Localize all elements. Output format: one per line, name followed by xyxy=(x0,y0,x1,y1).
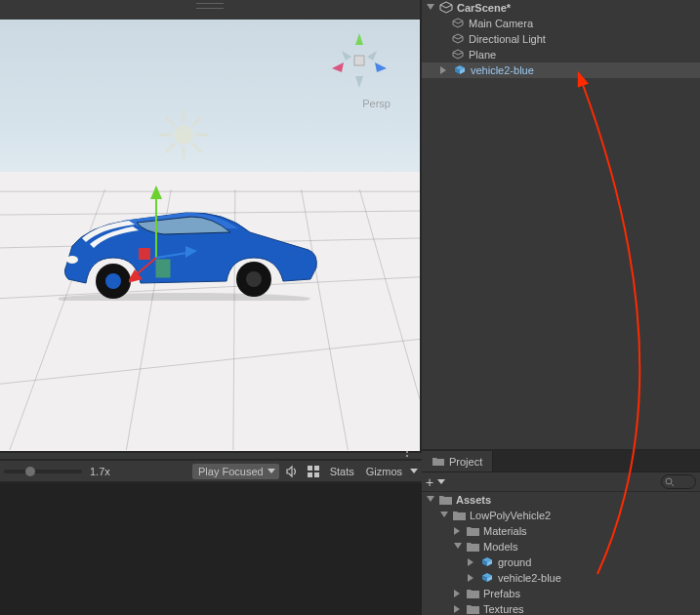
prefab-icon xyxy=(453,63,467,77)
zoom-label: 1.7x xyxy=(86,466,114,477)
scene-icon xyxy=(439,1,453,15)
hierarchy-item-label: Directional Light xyxy=(469,33,546,45)
project-row-label: Assets xyxy=(456,494,491,506)
svg-line-16 xyxy=(193,144,200,151)
folder-icon xyxy=(439,495,452,506)
folder-icon xyxy=(467,604,479,615)
svg-line-18 xyxy=(167,144,174,151)
hierarchy-item-label: Main Camera xyxy=(469,18,533,29)
foldout-icon[interactable] xyxy=(439,66,449,74)
foldout-icon[interactable] xyxy=(467,574,476,582)
project-row[interactable]: Prefabs xyxy=(422,586,700,601)
project-tab-bar: Project xyxy=(422,451,700,472)
foldout-icon[interactable] xyxy=(453,605,463,613)
project-row-vehicle[interactable]: vehicle2-blue xyxy=(422,570,700,586)
project-tree: Assets LowPolyVehicle2 Materials Models xyxy=(422,492,700,615)
svg-marker-22 xyxy=(332,62,344,72)
move-gizmo[interactable] xyxy=(129,184,197,291)
hierarchy-item-label: Plane xyxy=(469,49,496,61)
svg-marker-40 xyxy=(268,469,275,473)
svg-line-15 xyxy=(167,118,174,125)
svg-point-10 xyxy=(174,125,193,144)
grid-toggle-icon[interactable] xyxy=(305,463,322,480)
model-icon xyxy=(480,571,494,585)
svg-marker-53 xyxy=(454,527,460,535)
svg-line-9 xyxy=(359,189,420,399)
gizmos-caret-icon[interactable] xyxy=(410,469,418,474)
svg-marker-45 xyxy=(410,469,418,473)
project-row-label: Materials xyxy=(483,525,527,537)
project-row[interactable]: Textures xyxy=(422,601,700,615)
gameobject-icon xyxy=(451,32,465,46)
svg-rect-43 xyxy=(308,472,312,477)
folder-icon xyxy=(467,526,479,537)
sun-gizmo-icon[interactable] xyxy=(156,107,211,162)
add-caret-icon[interactable] xyxy=(437,479,445,485)
svg-rect-38 xyxy=(139,248,150,260)
svg-marker-51 xyxy=(427,496,434,502)
foldout-icon[interactable] xyxy=(426,496,435,504)
svg-marker-20 xyxy=(355,33,363,45)
scene-view[interactable]: Persp xyxy=(0,0,422,451)
game-view[interactable] xyxy=(0,482,422,615)
svg-marker-46 xyxy=(427,4,434,10)
add-button-icon[interactable]: + xyxy=(426,475,433,489)
svg-rect-42 xyxy=(314,466,319,471)
hierarchy-item[interactable]: Main Camera xyxy=(422,16,700,31)
zoom-slider[interactable] xyxy=(4,470,82,473)
hierarchy-item-vehicle[interactable]: vehicle2-blue xyxy=(422,62,700,78)
gameobject-icon xyxy=(451,48,465,62)
svg-marker-54 xyxy=(454,543,462,549)
project-row[interactable]: ground xyxy=(422,554,700,570)
svg-marker-33 xyxy=(150,185,162,199)
project-search-input[interactable] xyxy=(661,474,696,489)
project-row-assets[interactable]: Assets xyxy=(422,492,700,508)
svg-marker-52 xyxy=(440,512,448,517)
project-tab-label: Project xyxy=(449,456,482,468)
foldout-icon[interactable] xyxy=(453,590,463,597)
search-icon xyxy=(665,477,675,487)
model-icon xyxy=(480,555,494,569)
hierarchy-scene-row[interactable]: CarScene* xyxy=(422,0,700,16)
foldout-icon[interactable] xyxy=(453,527,463,535)
stats-button[interactable]: Stats xyxy=(326,466,358,477)
project-row[interactable]: LowPolyVehicle2 xyxy=(422,508,700,523)
hierarchy-item[interactable]: Plane xyxy=(422,47,700,62)
svg-rect-39 xyxy=(156,260,170,277)
game-toolbar: 1.7x Play Focused Stats Gizmos xyxy=(0,459,422,482)
project-tab[interactable]: Project xyxy=(422,451,493,472)
scene-name: CarScene* xyxy=(457,2,511,14)
persp-label[interactable]: Persp xyxy=(362,98,391,109)
foldout-icon[interactable] xyxy=(467,558,476,566)
svg-marker-48 xyxy=(437,479,445,484)
svg-marker-24 xyxy=(342,51,351,61)
svg-marker-57 xyxy=(454,590,460,597)
gameobject-icon xyxy=(451,17,465,30)
svg-point-49 xyxy=(666,478,672,484)
hierarchy-item-label: vehicle2-blue xyxy=(471,64,534,76)
foldout-icon[interactable] xyxy=(439,512,449,519)
gizmos-button[interactable]: Gizmos xyxy=(362,466,406,477)
svg-line-17 xyxy=(193,118,200,125)
svg-point-31 xyxy=(246,271,262,287)
project-row-label: Prefabs xyxy=(483,588,520,599)
foldout-icon[interactable] xyxy=(426,4,435,12)
hierarchy-item[interactable]: Directional Light xyxy=(422,31,700,47)
project-row-label: ground xyxy=(498,556,531,568)
svg-marker-56 xyxy=(468,574,474,582)
project-row[interactable]: Models xyxy=(422,539,700,554)
foldout-icon[interactable] xyxy=(453,543,463,551)
project-row-label: Models xyxy=(483,541,517,553)
orientation-gizmo[interactable] xyxy=(328,29,391,92)
svg-line-50 xyxy=(672,483,675,486)
svg-marker-55 xyxy=(468,558,474,566)
play-mode-dropdown[interactable]: Play Focused xyxy=(192,464,279,479)
project-row-label: LowPolyVehicle2 xyxy=(470,510,551,521)
audio-toggle-icon[interactable] xyxy=(283,463,301,480)
svg-marker-47 xyxy=(440,66,446,74)
project-row[interactable]: Materials xyxy=(422,523,700,539)
folder-icon xyxy=(453,511,466,521)
svg-marker-58 xyxy=(454,605,460,613)
svg-point-29 xyxy=(105,273,121,289)
svg-marker-21 xyxy=(355,76,363,88)
